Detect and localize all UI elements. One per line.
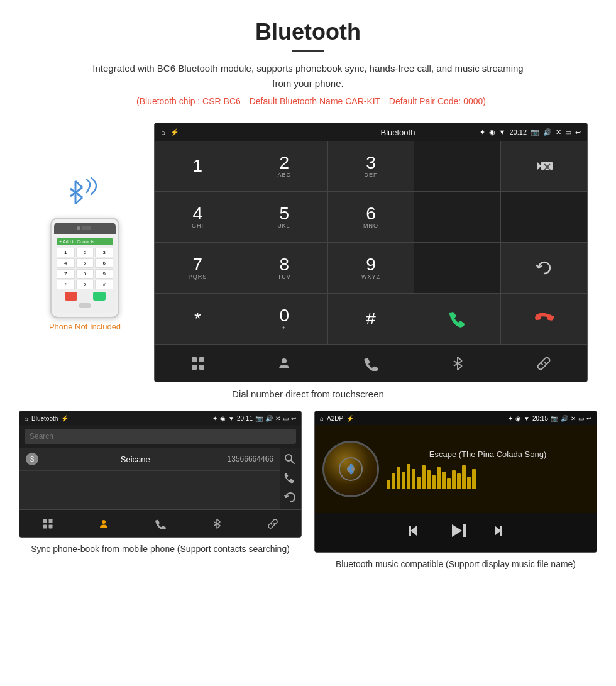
dial-key-hash[interactable]: #: [328, 294, 414, 344]
usb-icon: ⚡: [170, 128, 179, 136]
window-icon: ▭: [565, 128, 571, 136]
dial-key-6[interactable]: 6 MNO: [328, 192, 414, 242]
eq-bar: [417, 477, 421, 489]
svg-line-16: [458, 357, 462, 361]
pb-contact-content: S Seicane 13566664466: [19, 448, 301, 509]
info-code: Default Pair Code: 0000): [389, 96, 486, 106]
bottom-nav-bar: [155, 344, 587, 382]
prev-track-btn[interactable]: [408, 522, 426, 543]
pb-search-input[interactable]: [25, 429, 296, 444]
phone-key: 4: [57, 258, 75, 268]
bt-status-icon: ✦: [480, 128, 485, 136]
call-green-icon: [448, 309, 468, 329]
phone-key: 1: [57, 248, 75, 257]
dial-key-0[interactable]: 0 +: [241, 294, 327, 344]
pb-nav-person[interactable]: [76, 510, 133, 537]
info-name: Default Bluetooth Name CAR-KIT: [250, 96, 380, 106]
eq-bar: [432, 475, 436, 489]
eq-bar: [397, 467, 400, 489]
music-back-icon: ↩: [586, 415, 591, 422]
music-song-title: Escape (The Pina Colada Song): [387, 450, 589, 459]
pb-contact-list: S Seicane 13566664466: [19, 448, 280, 509]
nav-link[interactable]: [500, 345, 587, 382]
eq-bar: [392, 473, 395, 489]
play-pause-btn[interactable]: [444, 519, 467, 546]
phone-key: 9: [95, 269, 113, 279]
search-side-icon: [283, 453, 296, 465]
signal-arcs-icon: [84, 177, 109, 208]
pb-contact-name: Seicane: [43, 455, 228, 464]
pb-x-icon: ✕: [275, 415, 280, 422]
dial-empty-3: [501, 192, 587, 242]
dial-empty-2: [414, 192, 500, 242]
music-bt-icon: ✦: [508, 415, 513, 422]
phone-not-included-label: Phone Not Included: [49, 322, 121, 331]
nav-phone[interactable]: [327, 345, 414, 382]
eq-bar: [467, 477, 471, 489]
bluetooth-signal: [60, 174, 110, 211]
pb-status-bar-right: ✦ ◉ ▼ 20:11 📷 🔊 ✕ ▭ ↩: [212, 415, 296, 422]
dial-key-3[interactable]: 3 DEF: [328, 141, 414, 191]
dial-key-8[interactable]: 8 TUV: [241, 243, 327, 293]
page-header: Bluetooth Integrated with BC6 Bluetooth …: [0, 0, 616, 123]
bluetooth-info: (Bluetooth chip : CSR BC6 Default Blueto…: [13, 96, 603, 106]
phone-icon: [363, 356, 378, 371]
eq-bar: [462, 465, 466, 489]
pb-nav-link[interactable]: [245, 510, 301, 537]
music-status-right: ✦ ◉ ▼ 20:15 📷 🔊 ✕ ▭ ↩: [508, 415, 591, 422]
pb-nav-phone[interactable]: [132, 510, 189, 537]
phone-key: 7: [57, 269, 75, 279]
dial-call-green[interactable]: [414, 294, 500, 344]
dial-key-5[interactable]: 5 JKL: [241, 192, 327, 242]
pb-contact-row[interactable]: S Seicane 13566664466: [19, 448, 280, 471]
info-chip: (Bluetooth chip : CSR BC6: [136, 96, 241, 106]
eq-bar: [452, 470, 456, 489]
status-bar: ⌂ ⚡ Bluetooth ✦ ◉ ▼ 20:12 📷 🔊 ✕ ▭ ↩: [155, 123, 587, 141]
dial-key-9[interactable]: 9 WXYZ: [328, 243, 414, 293]
svg-line-18: [458, 366, 462, 370]
close-icon: ✕: [556, 128, 561, 136]
refresh-side-icon: [283, 490, 297, 504]
phone-screen: +Add to Contacts 1 2 3 4 5 6 7 8 9 * 0 #: [54, 236, 116, 313]
equalizer: [387, 464, 589, 489]
dial-call-red[interactable]: [501, 294, 587, 344]
phone-call-btn[interactable]: [93, 292, 106, 301]
svg-line-1: [75, 181, 82, 187]
nav-bluetooth[interactable]: [414, 345, 501, 382]
nav-grid[interactable]: [155, 345, 241, 382]
pb-contact-letter: S: [26, 453, 38, 465]
phone-add-contacts-btn: +Add to Contacts: [57, 238, 113, 245]
pb-nav-grid[interactable]: [19, 510, 76, 537]
music-caption-text: Bluetooth music compatible (Support disp…: [336, 559, 576, 569]
eq-bar: [472, 469, 476, 489]
pb-status-bar: ⌂ Bluetooth ⚡ ✦ ◉ ▼ 20:11 📷 🔊 ✕ ▭ ↩: [19, 411, 301, 425]
dial-backspace[interactable]: [501, 141, 587, 191]
pb-nav-bt[interactable]: [189, 510, 245, 537]
dial-key-1[interactable]: 1: [155, 141, 241, 191]
eq-bar: [447, 478, 451, 489]
page-title: Bluetooth: [13, 19, 603, 45]
dial-refresh[interactable]: [501, 243, 587, 293]
main-caption: Dial number direct from touchscreen: [0, 389, 616, 399]
dial-key-star[interactable]: *: [155, 294, 241, 344]
phone-end-btn[interactable]: [65, 292, 77, 301]
home-icon: ⌂: [161, 128, 165, 136]
svg-rect-12: [192, 365, 197, 370]
next-track-btn[interactable]: [486, 522, 503, 543]
nav-person[interactable]: [241, 345, 328, 382]
phone-top-icons: [75, 225, 94, 231]
pb-loc-icon: ◉: [220, 415, 226, 422]
svg-rect-24: [43, 524, 47, 528]
dial-key-4[interactable]: 4 GHI: [155, 192, 241, 242]
eq-bar: [437, 467, 441, 489]
phone-key: 5: [76, 258, 94, 268]
pb-usb-icon: ⚡: [61, 415, 69, 422]
phone-key: 0: [76, 280, 94, 289]
pb-time: 20:11: [237, 415, 253, 422]
pb-bottom-nav: [19, 509, 301, 537]
dial-key-2[interactable]: 2 ABC: [241, 141, 327, 191]
pb-right-icons: [280, 448, 301, 509]
dial-key-7[interactable]: 7 PQRS: [155, 243, 241, 293]
phonebook-screen: ⌂ Bluetooth ⚡ ✦ ◉ ▼ 20:11 📷 🔊 ✕ ▭ ↩: [19, 411, 302, 538]
svg-rect-23: [48, 519, 52, 523]
